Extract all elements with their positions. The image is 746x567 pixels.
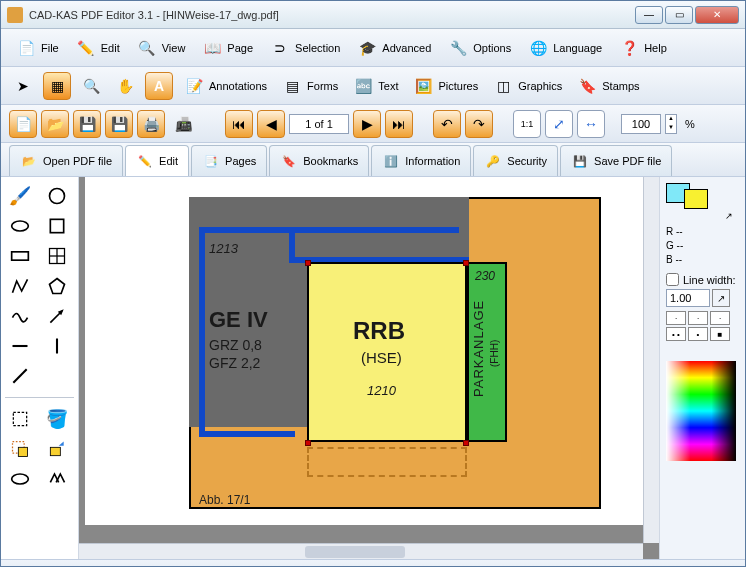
document-canvas[interactable]: 1213 GE IV GRZ 0,8 GFZ 2,2 RRB (HSE) 121… [85,177,643,525]
language-icon: 🌐 [527,37,549,59]
properties-panel: ↗ R -- G -- B -- Line width: ↗ · · · • •… [659,177,745,559]
ellipse-tool[interactable] [5,213,35,239]
menu-edit[interactable]: ✏️Edit [69,34,126,62]
scan-button[interactable]: 📠 [169,110,197,138]
text-tool[interactable]: A [145,72,173,100]
curve-tool[interactable] [5,303,35,329]
zoom-unit: % [685,118,695,130]
redo-button[interactable]: ↷ [465,110,493,138]
rect-tool[interactable] [5,243,35,269]
dash-styles: · · · • • • ■ [666,311,739,341]
hline-tool[interactable] [5,333,35,359]
text-button[interactable]: 🔤Text [348,73,402,99]
new-button[interactable]: 📄 [9,110,37,138]
menu-page[interactable]: 📖Page [195,34,259,62]
menu-file[interactable]: 📄File [9,34,65,62]
polygon-tool[interactable] [42,273,72,299]
menu-advanced[interactable]: 🎓Advanced [350,34,437,62]
svg-marker-7 [49,279,64,294]
pictures-button[interactable]: 🖼️Pictures [408,73,482,99]
linewidth-checkbox[interactable] [666,273,679,286]
vline-tool[interactable] [42,333,72,359]
color-spectrum[interactable] [666,361,736,461]
fit-page-button[interactable]: ⤢ [545,110,573,138]
polyline-tool[interactable] [5,273,35,299]
menu-help[interactable]: ❓Help [612,34,673,62]
tab-security[interactable]: 🔑Security [473,145,558,176]
statusbar: (4.8021 inch, 3.5104 inch) [1,559,745,567]
svg-line-12 [13,369,26,382]
drawing-tools: 🖌️ 🪣 [1,177,79,559]
zoom-input[interactable] [621,114,661,134]
print-button[interactable]: 🖨️ [137,110,165,138]
forms-button[interactable]: ▤Forms [277,73,342,99]
saveas-button[interactable]: 💾 [105,110,133,138]
select-tool[interactable]: ▦ [43,72,71,100]
toolbar-modes: ➤ ▦ 🔍 ✋ A 📝Annotations ▤Forms 🔤Text 🖼️Pi… [1,67,745,105]
dash-style-3[interactable]: · [710,311,730,325]
open-button[interactable]: 📂 [41,110,69,138]
actual-size-button[interactable]: 1:1 [513,110,541,138]
transform-tool[interactable] [42,436,72,462]
svg-rect-15 [18,447,27,456]
close-button[interactable]: ✕ [695,6,739,24]
square-tool[interactable] [42,213,72,239]
tab-open[interactable]: 📂Open PDF file [9,145,123,176]
menu-language[interactable]: 🌐Language [521,34,608,62]
vertical-scrollbar[interactable] [643,177,659,543]
horizontal-scrollbar[interactable] [79,543,643,559]
last-page-button[interactable]: ⏭ [385,110,413,138]
menu-options[interactable]: 🔧Options [441,34,517,62]
dash-style-6[interactable]: ■ [710,327,730,341]
circle-tool[interactable] [42,183,72,209]
grid-tool[interactable] [42,243,72,269]
text-icon: 🔤 [352,75,374,97]
graphics-icon: ◫ [492,75,514,97]
dash-style-1[interactable]: · [666,311,686,325]
chevrons-tool[interactable] [42,466,72,492]
pages-icon: 📑 [202,152,220,170]
select-shape-tool[interactable] [5,436,35,462]
linewidth-picker[interactable]: ↗ [712,289,730,307]
marquee-tool[interactable] [5,406,35,432]
fit-width-button[interactable]: ↔ [577,110,605,138]
tab-save[interactable]: 💾Save PDF file [560,145,672,176]
undo-button[interactable]: ↶ [433,110,461,138]
zoom-tool[interactable]: 🔍 [77,72,105,100]
svg-point-0 [49,189,64,204]
tab-information[interactable]: ℹ️Information [371,145,471,176]
tab-bookmarks[interactable]: 🔖Bookmarks [269,145,369,176]
ellipse2-tool[interactable] [5,466,35,492]
brush-tool[interactable]: 🖌️ [5,183,35,209]
stamps-button[interactable]: 🔖Stamps [572,73,643,99]
linewidth-input[interactable] [666,289,710,307]
pointer-tool[interactable]: ➤ [9,72,37,100]
app-icon [7,7,23,23]
page-input[interactable] [289,114,349,134]
tab-edit[interactable]: ✏️Edit [125,145,189,176]
hand-tool[interactable]: ✋ [111,72,139,100]
prev-page-button[interactable]: ◀ [257,110,285,138]
open-icon: 📂 [20,152,38,170]
menu-view[interactable]: 🔍View [130,34,192,62]
pictures-icon: 🖼️ [412,75,434,97]
info-icon: ℹ️ [382,152,400,170]
advanced-icon: 🎓 [356,37,378,59]
save-button[interactable]: 💾 [73,110,101,138]
figure-caption: Abb. 17/1 [199,493,250,507]
minimize-button[interactable]: — [635,6,663,24]
graphics-button[interactable]: ◫Graphics [488,73,566,99]
first-page-button[interactable]: ⏮ [225,110,253,138]
line-tool[interactable] [5,363,35,389]
maximize-button[interactable]: ▭ [665,6,693,24]
annotations-button[interactable]: 📝Annotations [179,73,271,99]
next-page-button[interactable]: ▶ [353,110,381,138]
dash-style-4[interactable]: • • [666,327,686,341]
dash-style-2[interactable]: · [688,311,708,325]
bg-color-swatch[interactable] [684,189,708,209]
fill-tool[interactable]: 🪣 [42,406,72,432]
arrow-tool[interactable] [42,303,72,329]
dash-style-5[interactable]: • [688,327,708,341]
tab-pages[interactable]: 📑Pages [191,145,267,176]
menu-selection[interactable]: ⊃Selection [263,34,346,62]
